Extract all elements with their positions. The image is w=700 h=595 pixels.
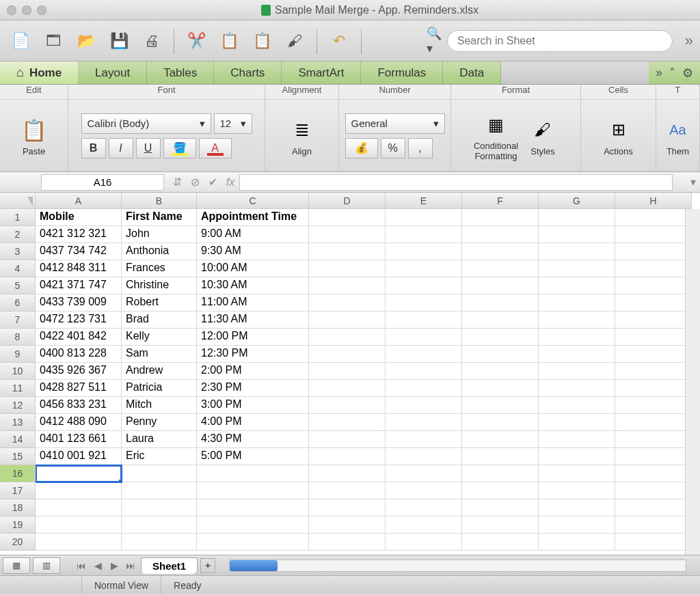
cell[interactable]: 0428 827 511 bbox=[36, 380, 122, 397]
cell[interactable] bbox=[462, 277, 539, 294]
cell[interactable] bbox=[309, 346, 386, 363]
cell[interactable]: 2:30 PM bbox=[197, 380, 309, 397]
number-format-combo[interactable]: General▾ bbox=[345, 113, 445, 134]
cell[interactable]: 0400 813 228 bbox=[36, 346, 122, 363]
cell[interactable] bbox=[197, 534, 309, 551]
cell[interactable]: Kelly bbox=[122, 329, 197, 346]
toolbar-overflow-icon[interactable]: » bbox=[685, 32, 693, 50]
cell[interactable]: Anthonia bbox=[122, 243, 197, 260]
name-box[interactable] bbox=[41, 174, 164, 191]
row-header[interactable]: 9 bbox=[0, 346, 36, 363]
cell[interactable] bbox=[615, 209, 692, 226]
column-header[interactable]: F bbox=[462, 193, 539, 209]
tab-data[interactable]: Data bbox=[443, 61, 501, 84]
cell[interactable] bbox=[122, 516, 197, 534]
cell[interactable] bbox=[309, 482, 386, 499]
column-header[interactable]: B bbox=[122, 193, 197, 209]
cell[interactable] bbox=[539, 260, 615, 277]
cell[interactable] bbox=[36, 534, 122, 551]
view-normal-button[interactable]: ▦ bbox=[3, 557, 30, 574]
cell[interactable] bbox=[539, 294, 615, 312]
cell[interactable] bbox=[386, 499, 462, 516]
cell[interactable]: 3:00 PM bbox=[197, 397, 309, 414]
row-header[interactable]: 2 bbox=[0, 226, 36, 243]
cell[interactable] bbox=[615, 380, 692, 397]
cell[interactable]: 2:00 PM bbox=[197, 363, 309, 380]
cell[interactable]: 0401 123 661 bbox=[36, 431, 122, 448]
styles-button[interactable]: 🖌 Styles bbox=[525, 112, 561, 159]
row-header[interactable]: 7 bbox=[0, 312, 36, 329]
cell[interactable] bbox=[309, 414, 386, 431]
cell[interactable] bbox=[36, 482, 122, 499]
cell[interactable] bbox=[615, 448, 692, 465]
paste-button[interactable]: 📋 bbox=[248, 27, 275, 55]
cell[interactable] bbox=[386, 294, 462, 312]
cell[interactable]: Appointment Time bbox=[197, 209, 309, 226]
cell[interactable] bbox=[462, 380, 539, 397]
cell[interactable] bbox=[615, 363, 692, 380]
cell[interactable] bbox=[539, 397, 615, 414]
cell[interactable] bbox=[462, 499, 539, 516]
align-button[interactable]: ≣ Align bbox=[284, 112, 320, 159]
cell[interactable] bbox=[197, 499, 309, 516]
cell[interactable]: 0421 312 321 bbox=[36, 226, 122, 243]
cell[interactable] bbox=[539, 414, 615, 431]
cell[interactable] bbox=[386, 534, 462, 551]
cell[interactable] bbox=[309, 397, 386, 414]
currency-button[interactable]: 💰 bbox=[345, 138, 378, 158]
column-header[interactable]: H bbox=[615, 193, 692, 209]
column-header[interactable]: G bbox=[539, 193, 615, 209]
confirm-formula-icon[interactable]: ✔ bbox=[204, 174, 221, 191]
row-header[interactable]: 6 bbox=[0, 294, 36, 312]
cell[interactable] bbox=[386, 431, 462, 448]
cell[interactable] bbox=[539, 482, 615, 499]
cell[interactable] bbox=[462, 516, 539, 534]
cell[interactable] bbox=[386, 414, 462, 431]
tab-layout[interactable]: Layout bbox=[79, 61, 147, 84]
row-header[interactable]: 17 bbox=[0, 482, 36, 499]
cell[interactable] bbox=[615, 534, 692, 551]
cell[interactable]: 11:00 AM bbox=[197, 294, 309, 312]
row-header[interactable]: 14 bbox=[0, 431, 36, 448]
cell-grid[interactable]: MobileFirst NameAppointment Time0421 312… bbox=[36, 209, 692, 551]
row-header[interactable]: 13 bbox=[0, 414, 36, 431]
search-input[interactable] bbox=[447, 30, 673, 52]
fx-icon[interactable]: fx bbox=[221, 174, 239, 191]
cell[interactable]: Christine bbox=[122, 277, 197, 294]
prev-sheet-icon[interactable]: ◀ bbox=[90, 558, 105, 573]
cell[interactable] bbox=[309, 499, 386, 516]
cell[interactable] bbox=[462, 431, 539, 448]
select-all-corner[interactable] bbox=[0, 193, 36, 209]
cell[interactable]: Robert bbox=[122, 294, 197, 312]
bold-button[interactable]: B bbox=[81, 138, 106, 158]
column-header[interactable]: E bbox=[386, 193, 462, 209]
cell[interactable] bbox=[309, 329, 386, 346]
font-size-combo[interactable]: 12▾ bbox=[214, 113, 252, 134]
row-header[interactable]: 18 bbox=[0, 499, 36, 516]
cell[interactable]: 9:30 AM bbox=[197, 243, 309, 260]
cell[interactable] bbox=[615, 414, 692, 431]
cell[interactable]: Laura bbox=[122, 431, 197, 448]
cell[interactable] bbox=[122, 482, 197, 499]
cell[interactable]: 0472 123 731 bbox=[36, 312, 122, 329]
cell[interactable] bbox=[386, 346, 462, 363]
cell[interactable] bbox=[386, 312, 462, 329]
cell[interactable] bbox=[36, 516, 122, 534]
row-header[interactable]: 3 bbox=[0, 243, 36, 260]
cell[interactable] bbox=[386, 465, 462, 482]
spreadsheet-area[interactable]: ABCDEFGH 1234567891011121314151617181920… bbox=[0, 193, 700, 555]
collapse-ribbon-icon[interactable]: ˄ bbox=[669, 66, 675, 81]
formula-dropdown-icon[interactable]: ▾ bbox=[686, 176, 700, 189]
cell[interactable] bbox=[309, 465, 386, 482]
cell[interactable]: Penny bbox=[122, 414, 197, 431]
cell[interactable] bbox=[122, 499, 197, 516]
cell[interactable]: 0456 833 231 bbox=[36, 397, 122, 414]
open-button[interactable]: 📂 bbox=[72, 27, 100, 55]
cell[interactable] bbox=[462, 534, 539, 551]
cell[interactable] bbox=[462, 260, 539, 277]
cell[interactable]: John bbox=[122, 226, 197, 243]
cell[interactable] bbox=[615, 243, 692, 260]
cell[interactable] bbox=[309, 534, 386, 551]
add-sheet-button[interactable]: ＋ bbox=[200, 558, 215, 573]
cell[interactable] bbox=[309, 294, 386, 312]
